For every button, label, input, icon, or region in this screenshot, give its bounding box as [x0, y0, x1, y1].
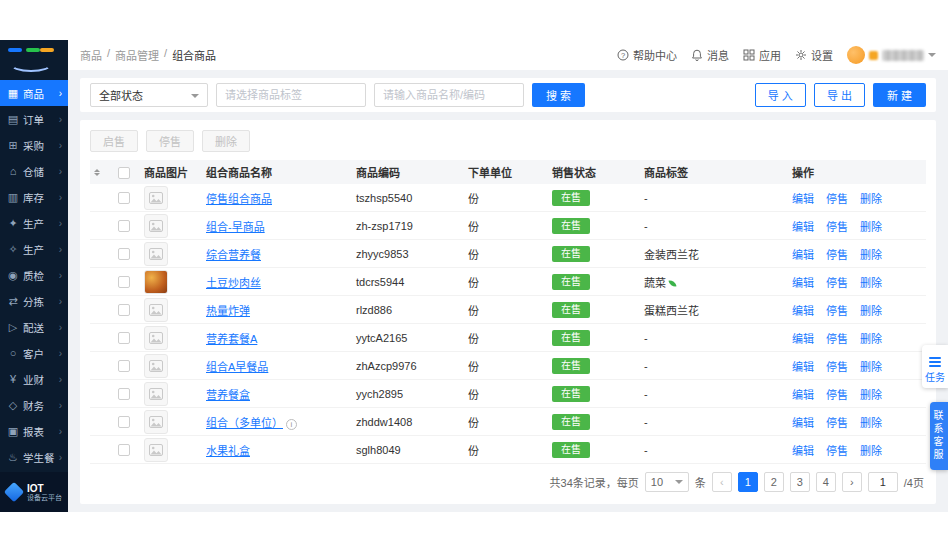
sidebar-item-icon: ♨: [6, 451, 20, 464]
row-checkbox[interactable]: [118, 416, 130, 428]
row-checkbox[interactable]: [118, 444, 130, 456]
row-checkbox[interactable]: [118, 248, 130, 260]
sidebar-item[interactable]: ▷ 配送 ›: [0, 314, 68, 340]
bulk-onsale-button[interactable]: 启售: [90, 130, 138, 152]
edit-link[interactable]: 编辑: [792, 361, 814, 373]
delete-link[interactable]: 删除: [860, 333, 882, 345]
delete-link[interactable]: 删除: [860, 417, 882, 429]
sidebar-item[interactable]: ○ 客户 ›: [0, 340, 68, 366]
select-all-checkbox[interactable]: [118, 167, 130, 179]
edit-link[interactable]: 编辑: [792, 389, 814, 401]
import-button[interactable]: 导 入: [755, 83, 806, 107]
sidebar-item[interactable]: ✦ 生产 ›: [0, 210, 68, 236]
bulk-stopsale-button[interactable]: 停售: [146, 130, 194, 152]
stop-sale-link[interactable]: 停售: [826, 417, 848, 429]
product-code: sglh8049: [352, 444, 464, 456]
sidebar-item[interactable]: ◇ 财务 ›: [0, 392, 68, 418]
edit-link[interactable]: 编辑: [792, 193, 814, 205]
stop-sale-link[interactable]: 停售: [826, 249, 848, 261]
row-checkbox[interactable]: [118, 192, 130, 204]
status-select[interactable]: 全部状态: [90, 83, 208, 107]
next-page-button[interactable]: ›: [842, 472, 862, 492]
settings-button[interactable]: 设置: [795, 47, 833, 63]
stop-sale-link[interactable]: 停售: [826, 361, 848, 373]
product-name-link[interactable]: 组合（多单位）: [206, 417, 283, 429]
row-checkbox[interactable]: [118, 220, 130, 232]
stop-sale-link[interactable]: 停售: [826, 221, 848, 233]
product-name-link[interactable]: 组合-早商品: [206, 221, 265, 233]
prev-page-button[interactable]: ‹: [712, 472, 732, 492]
page-jump-input[interactable]: [868, 472, 898, 492]
product-name-link[interactable]: 土豆炒肉丝: [206, 277, 261, 289]
sidebar-item[interactable]: ✧ 生产 ›: [0, 236, 68, 262]
sidebar-item[interactable]: ▥ 库存 ›: [0, 184, 68, 210]
stop-sale-link[interactable]: 停售: [826, 445, 848, 457]
row-checkbox[interactable]: [118, 332, 130, 344]
user-menu[interactable]: [847, 46, 936, 64]
product-name-link[interactable]: 水果礼盒: [206, 445, 250, 457]
col-header-unit: 下单单位: [464, 164, 548, 180]
delete-link[interactable]: 删除: [860, 389, 882, 401]
contact-support-button[interactable]: 联系客服: [930, 402, 948, 470]
edit-link[interactable]: 编辑: [792, 249, 814, 261]
apps-button[interactable]: 应用: [743, 47, 781, 63]
stop-sale-link[interactable]: 停售: [826, 333, 848, 345]
sort-icon[interactable]: [94, 166, 100, 179]
row-checkbox[interactable]: [118, 360, 130, 372]
product-name-link[interactable]: 组合A早餐品: [206, 361, 268, 373]
page-number-button[interactable]: 3: [790, 472, 810, 492]
tag-filter-input[interactable]: [216, 83, 366, 107]
page-size-select[interactable]: 10: [645, 472, 689, 492]
create-button[interactable]: 新 建: [873, 83, 926, 107]
task-panel-button[interactable]: 任务: [922, 345, 948, 388]
page-number-button[interactable]: 2: [764, 472, 784, 492]
breadcrumb-item[interactable]: 商品管理: [115, 47, 159, 63]
help-center-button[interactable]: ? 帮助中心: [617, 47, 677, 63]
delete-link[interactable]: 删除: [860, 361, 882, 373]
sidebar-item[interactable]: ◉ 质检 ›: [0, 262, 68, 288]
delete-link[interactable]: 删除: [860, 193, 882, 205]
breadcrumb-item[interactable]: 商品: [80, 47, 102, 63]
messages-button[interactable]: 消息: [691, 47, 729, 63]
edit-link[interactable]: 编辑: [792, 277, 814, 289]
delete-link[interactable]: 删除: [860, 277, 882, 289]
sidebar-item-icon: ✧: [6, 243, 20, 256]
bulk-delete-button[interactable]: 删除: [202, 130, 250, 152]
sidebar-item[interactable]: ▤ 订单 ›: [0, 106, 68, 132]
page-number-button[interactable]: 4: [816, 472, 836, 492]
delete-link[interactable]: 删除: [860, 249, 882, 261]
edit-link[interactable]: 编辑: [792, 221, 814, 233]
sidebar-item[interactable]: ⊞ 采购 ›: [0, 132, 68, 158]
search-button[interactable]: 搜 索: [532, 83, 585, 107]
stop-sale-link[interactable]: 停售: [826, 305, 848, 317]
sidebar-item[interactable]: ⌂ 仓储 ›: [0, 158, 68, 184]
product-tag: -: [644, 360, 648, 372]
product-name-link[interactable]: 营养套餐A: [206, 333, 257, 345]
sidebar-item[interactable]: ¥ 业财 ›: [0, 366, 68, 392]
row-checkbox[interactable]: [118, 304, 130, 316]
row-checkbox[interactable]: [118, 388, 130, 400]
keyword-search-input[interactable]: [374, 83, 524, 107]
export-button[interactable]: 导 出: [814, 83, 865, 107]
product-name-link[interactable]: 热量炸弹: [206, 305, 250, 317]
edit-link[interactable]: 编辑: [792, 417, 814, 429]
sidebar-item[interactable]: ♨ 学生餐 ›: [0, 444, 68, 470]
stop-sale-link[interactable]: 停售: [826, 277, 848, 289]
sidebar-item[interactable]: ▣ 报表 ›: [0, 418, 68, 444]
edit-link[interactable]: 编辑: [792, 445, 814, 457]
edit-link[interactable]: 编辑: [792, 305, 814, 317]
product-name-link[interactable]: 综合营养餐: [206, 249, 261, 261]
edit-link[interactable]: 编辑: [792, 333, 814, 345]
sidebar-item[interactable]: ⇄ 分拣 ›: [0, 288, 68, 314]
delete-link[interactable]: 删除: [860, 445, 882, 457]
product-name-link[interactable]: 营养餐盒: [206, 389, 250, 401]
info-icon[interactable]: [286, 419, 297, 430]
delete-link[interactable]: 删除: [860, 221, 882, 233]
product-name-link[interactable]: 停售组合商品: [206, 193, 272, 205]
stop-sale-link[interactable]: 停售: [826, 193, 848, 205]
delete-link[interactable]: 删除: [860, 305, 882, 317]
row-checkbox[interactable]: [118, 276, 130, 288]
stop-sale-link[interactable]: 停售: [826, 389, 848, 401]
sidebar-item[interactable]: ▦ 商品 ›: [0, 80, 68, 106]
page-number-button[interactable]: 1: [738, 472, 758, 492]
